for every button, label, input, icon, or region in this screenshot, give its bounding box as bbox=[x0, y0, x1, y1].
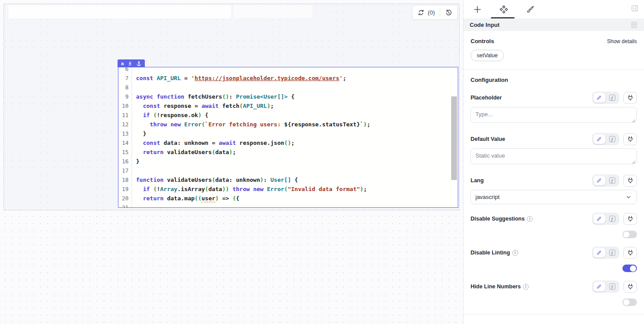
code-line[interactable]: 12 throw new Error(`Error fetching users… bbox=[118, 120, 458, 129]
control-chip-setvalue[interactable]: setValue bbox=[471, 50, 504, 61]
bind-data-button[interactable] bbox=[623, 175, 637, 187]
bind-data-button[interactable] bbox=[623, 247, 637, 259]
bottom-divider bbox=[464, 314, 644, 314]
refresh-button[interactable]: (0) bbox=[412, 5, 440, 19]
hide-line-numbers-toggle[interactable] bbox=[622, 298, 637, 306]
code-text: } bbox=[136, 129, 146, 138]
widgets-icon bbox=[500, 5, 508, 14]
code-line[interactable]: 21 bbox=[118, 203, 458, 207]
code-line[interactable]: 9async function fetchUsers(): Promise<Us… bbox=[118, 92, 458, 101]
field-disable-suggestions: Disable Suggestionsiƒ bbox=[471, 212, 637, 238]
pencil-icon bbox=[596, 95, 603, 101]
widget-name-badge[interactable]: a bbox=[118, 59, 145, 67]
disable-linting-toggle[interactable] bbox=[622, 265, 637, 272]
code-line[interactable]: 14 const data: unknown = await response.… bbox=[118, 138, 458, 147]
arrow-down-icon[interactable] bbox=[128, 61, 132, 66]
show-details-link[interactable]: Show details bbox=[607, 38, 637, 44]
plug-icon bbox=[627, 94, 634, 101]
line-number: 17 bbox=[118, 166, 132, 175]
widget-header: Code Input bbox=[464, 18, 644, 31]
edit-mode-button[interactable] bbox=[593, 214, 605, 224]
fx-mode-button[interactable]: ƒ bbox=[606, 248, 618, 258]
code-line[interactable]: 19 if (!Array.isArray(data)) throw new E… bbox=[118, 184, 458, 194]
line-number: 6 bbox=[118, 67, 132, 74]
fx-mode-button[interactable]: ƒ bbox=[606, 282, 618, 291]
drop-zone-highlight bbox=[8, 5, 231, 18]
placeholder-input[interactable] bbox=[471, 107, 637, 123]
fx-icon: ƒ bbox=[609, 95, 615, 101]
line-number: 12 bbox=[118, 120, 132, 129]
code-line[interactable]: 11 if (!response.ok) { bbox=[118, 110, 458, 120]
fx-icon: ƒ bbox=[609, 136, 615, 142]
canvas[interactable]: (0) a bbox=[0, 0, 463, 324]
tab-add[interactable] bbox=[471, 4, 483, 15]
edit-mode-button[interactable] bbox=[593, 93, 605, 103]
code-text: if (!response.ok) { bbox=[136, 110, 208, 120]
code-line[interactable]: 13 } bbox=[118, 129, 458, 138]
code-line[interactable]: 8 bbox=[118, 83, 458, 92]
section-divider bbox=[464, 69, 644, 70]
fx-icon: ƒ bbox=[609, 177, 615, 184]
bind-data-button[interactable] bbox=[623, 281, 637, 293]
bind-data-button[interactable] bbox=[623, 92, 637, 104]
code-input-widget[interactable]: a 67const API_URL = 'https://jsonplaceho… bbox=[118, 67, 458, 208]
bind-data-button[interactable] bbox=[623, 133, 637, 145]
plus-icon bbox=[473, 5, 482, 14]
drop-zone-highlight-2 bbox=[234, 5, 312, 18]
code-text: return validateUsers(data); bbox=[136, 147, 236, 157]
info-icon: i bbox=[523, 284, 529, 290]
refresh-icon bbox=[417, 9, 425, 16]
properties-panel: Code Input Controls Show details setValu… bbox=[463, 0, 644, 324]
code-line[interactable]: 20 return data.map((user) => ({ bbox=[118, 194, 458, 203]
disable-suggestions-toggle[interactable] bbox=[622, 231, 637, 238]
history-button[interactable] bbox=[440, 5, 457, 19]
app-window: (0) a bbox=[0, 0, 644, 324]
code-editor[interactable]: 67const API_URL = 'https://jsonplacehold… bbox=[118, 67, 458, 207]
line-number: 7 bbox=[118, 74, 132, 83]
code-line[interactable]: 17 bbox=[118, 166, 458, 175]
field-label: Hide Line Numbers bbox=[471, 284, 521, 290]
field-label: Default Value bbox=[471, 136, 505, 142]
toggle-knob bbox=[623, 232, 629, 238]
code-text: const response = await fetch(API_URL); bbox=[136, 101, 274, 110]
fx-mode-button[interactable]: ƒ bbox=[606, 176, 618, 185]
panel-tabs bbox=[464, 0, 644, 18]
code-line[interactable]: 10 const response = await fetch(API_URL)… bbox=[118, 101, 458, 110]
tab-style[interactable] bbox=[524, 4, 536, 15]
line-number: 19 bbox=[118, 184, 132, 194]
code-line[interactable]: 6 bbox=[118, 67, 458, 74]
fx-mode-button[interactable]: ƒ bbox=[606, 134, 618, 144]
edit-mode-button[interactable] bbox=[593, 282, 605, 291]
code-line[interactable]: 15 return validateUsers(data); bbox=[118, 147, 458, 157]
toggle-knob bbox=[630, 265, 636, 272]
plug-icon bbox=[627, 136, 634, 143]
code-text: return data.map((user) => ({ bbox=[136, 194, 239, 203]
chevron-down-icon bbox=[625, 194, 632, 201]
line-number: 20 bbox=[118, 194, 132, 203]
configuration-title: Configuration bbox=[471, 77, 508, 83]
line-number: 11 bbox=[118, 110, 132, 120]
configuration-section-header: Configuration bbox=[471, 77, 637, 83]
anchor-icon[interactable] bbox=[136, 61, 141, 66]
code-line[interactable]: 18function validateUsers(data: unknown):… bbox=[118, 175, 458, 184]
bind-data-button[interactable] bbox=[623, 213, 637, 225]
tab-widgets[interactable] bbox=[498, 4, 509, 15]
field-hide-line-numbers: Hide Line Numbersiƒ bbox=[471, 280, 637, 306]
code-line[interactable]: 16} bbox=[118, 157, 458, 166]
collapse-panel-button[interactable] bbox=[631, 4, 639, 12]
edit-mode-button[interactable] bbox=[593, 134, 605, 144]
deploy-count: (0) bbox=[428, 9, 435, 16]
default-value-input[interactable] bbox=[471, 148, 637, 164]
field-placeholder: Placeholderƒ bbox=[471, 91, 637, 125]
fx-mode-button[interactable]: ƒ bbox=[606, 214, 618, 224]
code-text: } bbox=[136, 157, 140, 166]
edit-mode-button[interactable] bbox=[593, 176, 605, 185]
doc-icon[interactable] bbox=[630, 21, 638, 29]
lang-select[interactable]: javascript bbox=[471, 190, 637, 204]
brush-icon bbox=[526, 5, 534, 14]
edit-mode-button[interactable] bbox=[593, 248, 605, 258]
editor-scrollbar[interactable] bbox=[451, 96, 457, 180]
pencil-icon bbox=[596, 177, 603, 184]
code-line[interactable]: 7const API_URL = 'https://jsonplaceholde… bbox=[118, 74, 458, 83]
fx-mode-button[interactable]: ƒ bbox=[606, 93, 618, 103]
